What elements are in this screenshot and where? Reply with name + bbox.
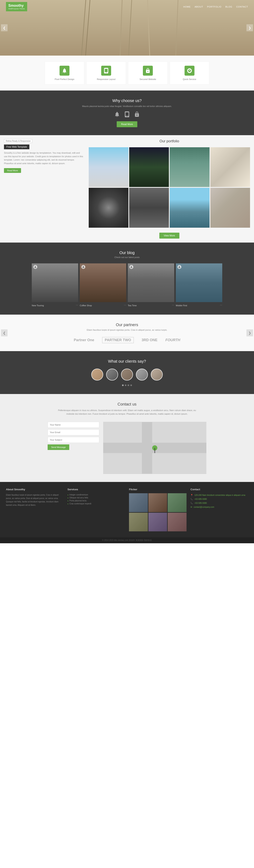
- partners-prev-button[interactable]: ❮: [1, 329, 7, 336]
- portfolio-item-4[interactable]: [210, 147, 250, 187]
- feature-quick-label: Quick Service: [183, 78, 196, 81]
- flicker-img-2[interactable]: [149, 493, 167, 512]
- partners-row: Partner One PARTNER TWO 3RD ONE FOURTH: [4, 337, 250, 343]
- feature-quick: Quick Service: [170, 62, 209, 85]
- why-tablet-icon: [124, 111, 130, 117]
- service-item-4: Cras scelerisque imperdi: [67, 502, 125, 505]
- portfolio-intro-right: Our portfolio View More: [89, 139, 250, 239]
- contact-email-input[interactable]: [47, 429, 99, 435]
- portfolio-item-2[interactable]: [129, 147, 169, 187]
- feature-pixel-label: Pixel Perfect Design: [55, 78, 74, 81]
- blog-post-4[interactable]: Mobile First ···: [176, 264, 222, 307]
- feature-secured-label: Secured Website: [139, 78, 156, 81]
- footer-copyright: © 2014 2015 bbs.xieniao.com 美创作 美国国际 我的快…: [0, 537, 254, 543]
- portfolio-item-5[interactable]: [89, 188, 128, 227]
- footer-contact: Contact 📍 120-240 Nam tincidunt consecte…: [191, 488, 248, 531]
- footer-about-text: Etiam faucibus turpis id ipsum egestas p…: [6, 493, 63, 507]
- nav-links: HOME ABOUT PORTFOLIO BLOG CONTACT: [183, 5, 248, 8]
- blog-user-icon-1: [33, 265, 37, 269]
- navigation: Smoothy MultiPurpose Theme HOME ABOUT PO…: [0, 0, 254, 13]
- why-icons: [4, 111, 250, 117]
- why-lock-icon: [134, 111, 140, 117]
- hero-prev-button[interactable]: ❮: [1, 24, 7, 31]
- blog-title: Our blog: [4, 250, 250, 255]
- footer-about-title: About Smoothy: [6, 488, 63, 491]
- nav-about[interactable]: ABOUT: [195, 5, 203, 8]
- blog-post-label-4: Mobile First: [176, 304, 187, 307]
- nav-home[interactable]: HOME: [183, 5, 191, 8]
- blog-dots-3: ···: [172, 303, 174, 307]
- why-title: Why choose us?: [4, 98, 250, 103]
- portfolio-item-7[interactable]: [170, 188, 209, 227]
- portfolio-read-more-button[interactable]: Read More: [4, 168, 21, 173]
- client-avatar-5: [151, 369, 163, 380]
- flicker-img-3[interactable]: [168, 493, 187, 512]
- portfolio-intro: Retina Ready & Responsive Free Web Templ…: [0, 135, 254, 243]
- blog-post-1[interactable]: New Touring ···: [32, 264, 78, 307]
- nav-portfolio[interactable]: PORTFOLIO: [207, 5, 221, 8]
- portfolio-intro-text: Smoothy is a free website design by temp…: [4, 151, 83, 165]
- partner-4: FOURTH: [165, 338, 180, 342]
- feature-icon-bell: [60, 66, 69, 75]
- blog-post-label-2: Coffee Shop: [80, 304, 92, 307]
- why-section: Why choose us? Mauris placerat lacinia j…: [0, 91, 254, 135]
- why-read-more-button[interactable]: Read More: [117, 121, 137, 127]
- free-template-label: Free Web Template: [4, 145, 29, 149]
- blog-subtitle: Check out our latest posts: [4, 256, 250, 258]
- blog-post-2[interactable]: Coffee Shop ···: [80, 264, 126, 307]
- portfolio-item-6[interactable]: [129, 188, 169, 227]
- footer-address: 📍 120-240 Nam tincidunt consectetur aliq…: [191, 493, 248, 497]
- contact-section: Contact us Pellentesque aliquam in risus…: [0, 394, 254, 482]
- portfolio-grid: [89, 147, 250, 228]
- contact-map: [103, 422, 207, 474]
- client-avatar-4: [136, 369, 148, 380]
- service-item-1: Integer condimentum: [67, 493, 125, 496]
- feature-icon-lock: [143, 66, 153, 75]
- footer-services-title: Services: [67, 488, 125, 491]
- partner-1: Partner One: [74, 338, 94, 342]
- flicker-img-1[interactable]: [129, 493, 148, 512]
- portfolio-item-1[interactable]: [89, 147, 128, 187]
- portfolio-intro-left: Retina Ready & Responsive Free Web Templ…: [4, 139, 85, 239]
- contact-layout: Send Message: [47, 422, 207, 474]
- blog-thumb-tea: [128, 264, 174, 302]
- blog-dots-1: ···: [76, 303, 78, 307]
- flicker-img-4[interactable]: [129, 513, 148, 532]
- email-icon: ✉: [191, 506, 192, 508]
- flicker-img-6[interactable]: [168, 513, 187, 532]
- client-dot-4[interactable]: [130, 384, 132, 386]
- svg-rect-15: [142, 422, 152, 474]
- flicker-img-5[interactable]: [149, 513, 167, 532]
- client-dot-3[interactable]: [128, 384, 129, 386]
- nav-contact[interactable]: CONTACT: [236, 5, 248, 8]
- blog-user-icon-2: [82, 265, 85, 269]
- blog-thumb-mobile: [176, 264, 222, 302]
- blog-post-3[interactable]: Tea Time ···: [128, 264, 174, 307]
- view-more-button[interactable]: View More: [159, 232, 179, 239]
- portfolio-item-8[interactable]: [210, 188, 250, 227]
- blog-thumb-coffee: [80, 264, 126, 302]
- partners-next-button[interactable]: ❯: [247, 329, 253, 336]
- client-dot-2[interactable]: [125, 384, 126, 386]
- partner-3: 3RD ONE: [142, 338, 158, 342]
- portfolio-item-3[interactable]: [170, 147, 209, 187]
- client-dot-1[interactable]: [122, 384, 124, 386]
- footer-services-list: Integer condimentum Oilsque nisl arcu fe…: [67, 493, 125, 505]
- contact-subject-input[interactable]: [47, 437, 99, 443]
- footer-email: ✉ contact@company.com: [191, 505, 248, 509]
- footer-grid: About Smoothy Etiam faucibus turpis id i…: [6, 488, 248, 531]
- feature-icon-rocket: [185, 66, 194, 75]
- contact-send-button[interactable]: Send Message: [47, 444, 69, 450]
- logo: Smoothy MultiPurpose Theme: [6, 2, 27, 11]
- hero-next-button[interactable]: ❯: [247, 24, 253, 31]
- portfolio-title: Our portfolio: [89, 139, 250, 143]
- footer-about: About Smoothy Etiam faucibus turpis id i…: [6, 488, 63, 531]
- service-item-2: Oilsque nisl arcu felis: [67, 496, 125, 499]
- why-text: Mauris placerat lacinia justo vitae feug…: [4, 105, 250, 107]
- contact-name-input[interactable]: [47, 422, 99, 428]
- footer: About Smoothy Etiam faucibus turpis id i…: [0, 482, 254, 537]
- clients-dots: [4, 384, 250, 386]
- feature-icon-tablet: [101, 66, 111, 75]
- nav-blog[interactable]: BLOG: [225, 5, 232, 8]
- client-avatar-1: [91, 369, 103, 380]
